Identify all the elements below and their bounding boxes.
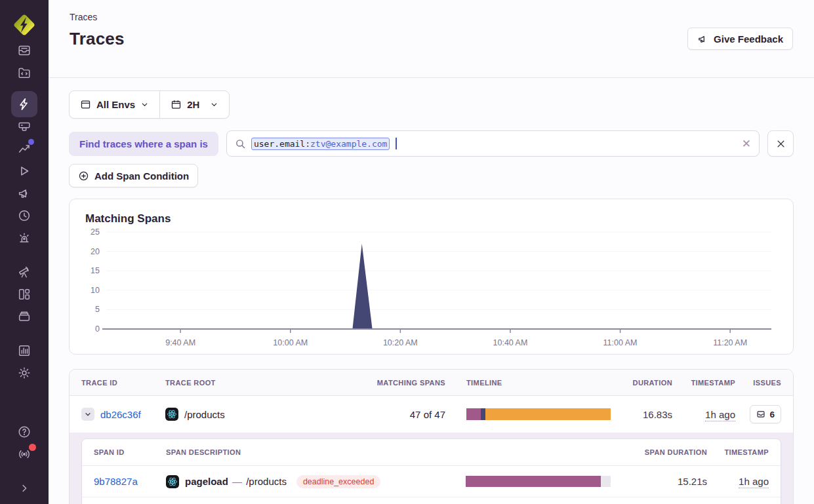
bar-stats-icon [17,343,31,358]
chart-title: Matching Spans [85,212,783,225]
matching-spans-panel: Matching Spans 05101520259:40 AM10:00 AM… [69,199,794,355]
sidebar-item-settings[interactable] [11,362,37,384]
sidebar-nav [0,39,49,421]
sidebar-item-feedback[interactable] [11,182,37,204]
svg-text:11:20 AM: 11:20 AM [713,338,747,347]
token-key: user.email: [254,139,310,149]
sidebar-item-stats[interactable] [11,339,37,362]
col-issues[interactable]: ISSUES [735,379,781,387]
col-span-duration[interactable]: SPAN DURATION [611,448,707,456]
drawer-icon [17,309,31,324]
col-trace-id[interactable]: TRACE ID [81,379,165,387]
help-icon [17,425,31,439]
trace-root-label[interactable]: /products [184,409,225,420]
page-filter-group: All Envs 2H [69,90,230,119]
col-matching-spans[interactable]: MATCHING SPANS [367,379,445,387]
trace-table-header: TRACE ID TRACE ROOT MATCHING SPANS TIMEL… [70,370,793,396]
sidebar-item-discover[interactable] [11,261,37,283]
sidebar-item-insights[interactable] [11,138,37,160]
svg-text:10:20 AM: 10:20 AM [383,338,418,347]
megaphone-icon [17,186,31,201]
svg-text:15: 15 [91,266,100,275]
svg-text:5: 5 [95,305,100,314]
sidebar-item-projects[interactable] [11,115,37,138]
svg-text:10:40 AM: 10:40 AM [493,338,528,347]
sidebar-item-whats-new[interactable] [11,443,37,465]
trace-issues-button[interactable]: 6 [750,405,781,423]
search-icon [235,138,246,149]
calendar-icon [171,99,182,110]
span-table: SPAN ID SPAN DESCRIPTION SPAN DURATION T… [81,438,781,504]
megaphone-icon [697,33,708,45]
give-feedback-button[interactable]: Give Feedback [687,28,793,50]
span-search-input[interactable]: user.email:ztv@example.com ✕ [226,130,760,157]
add-span-condition-button[interactable]: Add Span Condition [69,164,198,187]
trace-timeline-bar [466,408,611,420]
matching-spans-count: 47 of 47 [367,409,445,420]
sidebar-item-releases[interactable] [11,204,37,227]
time-range-filter[interactable]: 2H [160,91,229,118]
sidebar-collapse-toggle[interactable] [11,477,37,499]
trace-timestamp[interactable]: 1h ago [705,409,735,421]
span-query-row: Find traces where a span is user.email:z… [69,130,794,157]
dash-separator: — [232,476,242,487]
sidebar-item-replays[interactable] [11,160,37,182]
main-content: Traces Traces Give Feedback All Envs 2H [49,0,814,504]
page-title: Traces [70,29,125,49]
span-timeline-bar [466,476,611,487]
close-condition-button[interactable] [767,130,794,157]
issues-count: 6 [769,410,775,419]
history-clock-icon [17,208,31,223]
page-header: Traces Traces Give Feedback [49,0,814,78]
chevron-right-icon [18,482,30,494]
span-table-header: SPAN ID SPAN DESCRIPTION SPAN DURATION T… [82,439,781,466]
app-logo[interactable] [10,10,38,39]
layout-icon [17,287,31,301]
col-span-description[interactable]: SPAN DESCRIPTION [166,448,443,456]
sidebar-item-dashboards[interactable] [11,283,37,305]
lightning-icon [17,97,31,111]
svg-text:0: 0 [95,324,100,334]
token-value: ztv@example.com [310,139,387,149]
issues-icon [17,43,31,58]
sidebar-item-alerts[interactable] [11,227,37,249]
span-id-link[interactable]: 9b78827a [94,476,138,487]
react-icon [166,475,179,488]
sidebar-item-explore[interactable] [11,62,37,84]
search-token[interactable]: user.email:ztv@example.com [251,138,390,150]
react-icon [165,408,178,421]
span-description: /products [246,476,287,487]
close-icon [776,139,786,149]
environment-filter[interactable]: All Envs [70,91,159,118]
sidebar-item-help[interactable] [11,421,37,443]
col-trace-root[interactable]: TRACE ROOT [165,379,367,387]
clear-search-icon[interactable]: ✕ [742,138,751,149]
add-span-condition-label: Add Span Condition [94,170,189,182]
col-duration[interactable]: DURATION [613,379,672,387]
code-folder-icon [17,66,31,80]
col-timeline[interactable]: TIMELINE [445,379,613,387]
collapse-trace-button[interactable] [81,408,94,421]
span-row: b7a7e441 ex http.server — GET /organizat… [82,497,781,504]
col-span-timestamp[interactable]: TIMESTAMP [707,448,769,456]
trace-table: TRACE ID TRACE ROOT MATCHING SPANS TIMEL… [69,369,794,504]
svg-text:10: 10 [91,286,100,295]
text-caret [396,138,397,149]
trace-id-link[interactable]: db26c36f [100,409,141,420]
siren-icon [17,231,31,245]
span-op: pageload [185,476,228,487]
app-logo-icon [10,11,38,39]
insights-notification-dot [28,139,34,145]
window-icon [80,99,91,110]
col-timestamp[interactable]: TIMESTAMP [672,379,735,387]
play-icon [17,164,31,178]
environment-filter-label: All Envs [96,99,135,110]
breadcrumb[interactable]: Traces [70,12,793,22]
trace-duration: 16.83s [613,409,672,420]
sidebar-item-traces[interactable] [11,91,37,117]
sidebar-item-issues[interactable] [11,39,37,62]
svg-text:20: 20 [91,247,100,256]
span-timestamp[interactable]: 1h ago [739,476,769,488]
col-span-id[interactable]: SPAN ID [94,448,166,456]
sidebar-item-archive[interactable] [11,305,37,328]
